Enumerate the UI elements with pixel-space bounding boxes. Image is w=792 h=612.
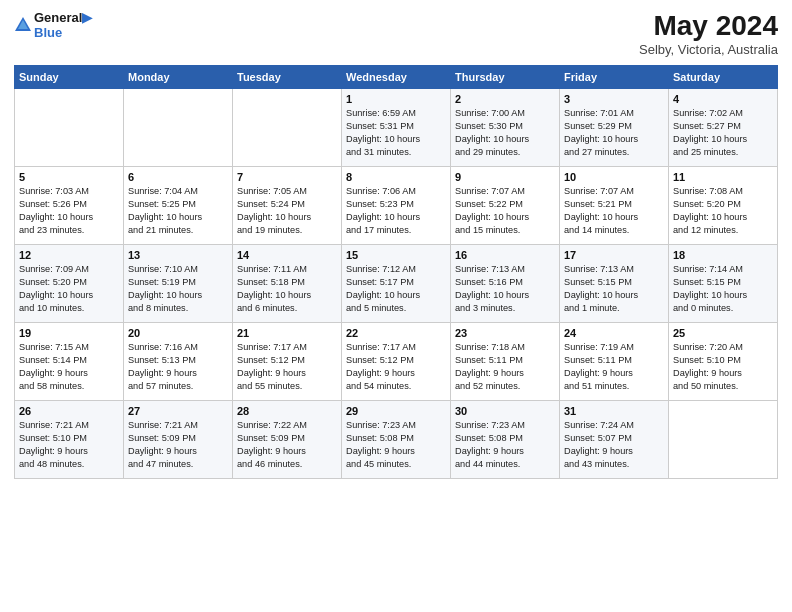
calendar-cell: 28Sunrise: 7:22 AM Sunset: 5:09 PM Dayli… [233, 401, 342, 479]
calendar-cell: 24Sunrise: 7:19 AM Sunset: 5:11 PM Dayli… [560, 323, 669, 401]
calendar-cell: 12Sunrise: 7:09 AM Sunset: 5:20 PM Dayli… [15, 245, 124, 323]
day-number: 9 [455, 171, 555, 183]
day-number: 30 [455, 405, 555, 417]
day-info: Sunrise: 7:18 AM Sunset: 5:11 PM Dayligh… [455, 341, 555, 393]
day-number: 24 [564, 327, 664, 339]
day-number: 25 [673, 327, 773, 339]
day-number: 12 [19, 249, 119, 261]
weekday-header-row: SundayMondayTuesdayWednesdayThursdayFrid… [15, 66, 778, 89]
day-number: 13 [128, 249, 228, 261]
day-number: 27 [128, 405, 228, 417]
weekday-header-wednesday: Wednesday [342, 66, 451, 89]
day-number: 7 [237, 171, 337, 183]
day-number: 15 [346, 249, 446, 261]
day-number: 22 [346, 327, 446, 339]
weekday-header-sunday: Sunday [15, 66, 124, 89]
day-info: Sunrise: 7:14 AM Sunset: 5:15 PM Dayligh… [673, 263, 773, 315]
calendar-table: SundayMondayTuesdayWednesdayThursdayFrid… [14, 65, 778, 479]
logo-icon [14, 16, 32, 34]
day-info: Sunrise: 7:23 AM Sunset: 5:08 PM Dayligh… [455, 419, 555, 471]
day-info: Sunrise: 7:05 AM Sunset: 5:24 PM Dayligh… [237, 185, 337, 237]
weekday-header-tuesday: Tuesday [233, 66, 342, 89]
day-info: Sunrise: 7:03 AM Sunset: 5:26 PM Dayligh… [19, 185, 119, 237]
day-info: Sunrise: 7:08 AM Sunset: 5:20 PM Dayligh… [673, 185, 773, 237]
calendar-week-4: 19Sunrise: 7:15 AM Sunset: 5:14 PM Dayli… [15, 323, 778, 401]
day-number: 5 [19, 171, 119, 183]
day-number: 23 [455, 327, 555, 339]
day-number: 20 [128, 327, 228, 339]
day-info: Sunrise: 7:17 AM Sunset: 5:12 PM Dayligh… [237, 341, 337, 393]
calendar-week-3: 12Sunrise: 7:09 AM Sunset: 5:20 PM Dayli… [15, 245, 778, 323]
day-number: 28 [237, 405, 337, 417]
calendar-week-1: 1Sunrise: 6:59 AM Sunset: 5:31 PM Daylig… [15, 89, 778, 167]
day-info: Sunrise: 6:59 AM Sunset: 5:31 PM Dayligh… [346, 107, 446, 159]
page: General▶ Blue May 2024 Selby, Victoria, … [0, 0, 792, 612]
day-number: 18 [673, 249, 773, 261]
day-info: Sunrise: 7:01 AM Sunset: 5:29 PM Dayligh… [564, 107, 664, 159]
calendar-cell: 16Sunrise: 7:13 AM Sunset: 5:16 PM Dayli… [451, 245, 560, 323]
calendar-cell: 15Sunrise: 7:12 AM Sunset: 5:17 PM Dayli… [342, 245, 451, 323]
day-info: Sunrise: 7:13 AM Sunset: 5:16 PM Dayligh… [455, 263, 555, 315]
weekday-header-monday: Monday [124, 66, 233, 89]
subtitle: Selby, Victoria, Australia [639, 42, 778, 57]
day-number: 14 [237, 249, 337, 261]
header: General▶ Blue May 2024 Selby, Victoria, … [14, 10, 778, 57]
calendar-cell: 6Sunrise: 7:04 AM Sunset: 5:25 PM Daylig… [124, 167, 233, 245]
calendar-cell: 9Sunrise: 7:07 AM Sunset: 5:22 PM Daylig… [451, 167, 560, 245]
calendar-cell: 3Sunrise: 7:01 AM Sunset: 5:29 PM Daylig… [560, 89, 669, 167]
calendar-cell: 2Sunrise: 7:00 AM Sunset: 5:30 PM Daylig… [451, 89, 560, 167]
day-info: Sunrise: 7:21 AM Sunset: 5:09 PM Dayligh… [128, 419, 228, 471]
day-number: 3 [564, 93, 664, 105]
calendar-cell [15, 89, 124, 167]
day-number: 26 [19, 405, 119, 417]
day-number: 10 [564, 171, 664, 183]
calendar-cell: 23Sunrise: 7:18 AM Sunset: 5:11 PM Dayli… [451, 323, 560, 401]
calendar-cell: 18Sunrise: 7:14 AM Sunset: 5:15 PM Dayli… [669, 245, 778, 323]
calendar-cell: 21Sunrise: 7:17 AM Sunset: 5:12 PM Dayli… [233, 323, 342, 401]
weekday-header-thursday: Thursday [451, 66, 560, 89]
calendar-cell: 31Sunrise: 7:24 AM Sunset: 5:07 PM Dayli… [560, 401, 669, 479]
day-number: 29 [346, 405, 446, 417]
calendar-cell: 13Sunrise: 7:10 AM Sunset: 5:19 PM Dayli… [124, 245, 233, 323]
calendar-cell: 7Sunrise: 7:05 AM Sunset: 5:24 PM Daylig… [233, 167, 342, 245]
calendar-cell: 27Sunrise: 7:21 AM Sunset: 5:09 PM Dayli… [124, 401, 233, 479]
day-number: 4 [673, 93, 773, 105]
day-number: 31 [564, 405, 664, 417]
calendar-cell: 14Sunrise: 7:11 AM Sunset: 5:18 PM Dayli… [233, 245, 342, 323]
calendar-cell: 5Sunrise: 7:03 AM Sunset: 5:26 PM Daylig… [15, 167, 124, 245]
day-info: Sunrise: 7:20 AM Sunset: 5:10 PM Dayligh… [673, 341, 773, 393]
day-info: Sunrise: 7:22 AM Sunset: 5:09 PM Dayligh… [237, 419, 337, 471]
calendar-cell: 17Sunrise: 7:13 AM Sunset: 5:15 PM Dayli… [560, 245, 669, 323]
day-info: Sunrise: 7:24 AM Sunset: 5:07 PM Dayligh… [564, 419, 664, 471]
day-info: Sunrise: 7:04 AM Sunset: 5:25 PM Dayligh… [128, 185, 228, 237]
calendar-cell [669, 401, 778, 479]
day-number: 11 [673, 171, 773, 183]
day-number: 6 [128, 171, 228, 183]
day-info: Sunrise: 7:02 AM Sunset: 5:27 PM Dayligh… [673, 107, 773, 159]
day-number: 16 [455, 249, 555, 261]
calendar-week-2: 5Sunrise: 7:03 AM Sunset: 5:26 PM Daylig… [15, 167, 778, 245]
day-number: 8 [346, 171, 446, 183]
calendar-cell: 25Sunrise: 7:20 AM Sunset: 5:10 PM Dayli… [669, 323, 778, 401]
day-info: Sunrise: 7:21 AM Sunset: 5:10 PM Dayligh… [19, 419, 119, 471]
day-number: 19 [19, 327, 119, 339]
day-number: 21 [237, 327, 337, 339]
weekday-header-friday: Friday [560, 66, 669, 89]
day-info: Sunrise: 7:07 AM Sunset: 5:21 PM Dayligh… [564, 185, 664, 237]
day-info: Sunrise: 7:16 AM Sunset: 5:13 PM Dayligh… [128, 341, 228, 393]
day-info: Sunrise: 7:07 AM Sunset: 5:22 PM Dayligh… [455, 185, 555, 237]
day-info: Sunrise: 7:13 AM Sunset: 5:15 PM Dayligh… [564, 263, 664, 315]
logo-text: General▶ Blue [34, 10, 92, 40]
calendar-cell: 11Sunrise: 7:08 AM Sunset: 5:20 PM Dayli… [669, 167, 778, 245]
day-number: 1 [346, 93, 446, 105]
calendar-cell: 29Sunrise: 7:23 AM Sunset: 5:08 PM Dayli… [342, 401, 451, 479]
calendar-cell: 1Sunrise: 6:59 AM Sunset: 5:31 PM Daylig… [342, 89, 451, 167]
day-info: Sunrise: 7:09 AM Sunset: 5:20 PM Dayligh… [19, 263, 119, 315]
logo: General▶ Blue [14, 10, 92, 40]
day-info: Sunrise: 7:15 AM Sunset: 5:14 PM Dayligh… [19, 341, 119, 393]
day-info: Sunrise: 7:00 AM Sunset: 5:30 PM Dayligh… [455, 107, 555, 159]
calendar-cell: 19Sunrise: 7:15 AM Sunset: 5:14 PM Dayli… [15, 323, 124, 401]
weekday-header-saturday: Saturday [669, 66, 778, 89]
day-number: 2 [455, 93, 555, 105]
main-title: May 2024 [639, 10, 778, 42]
